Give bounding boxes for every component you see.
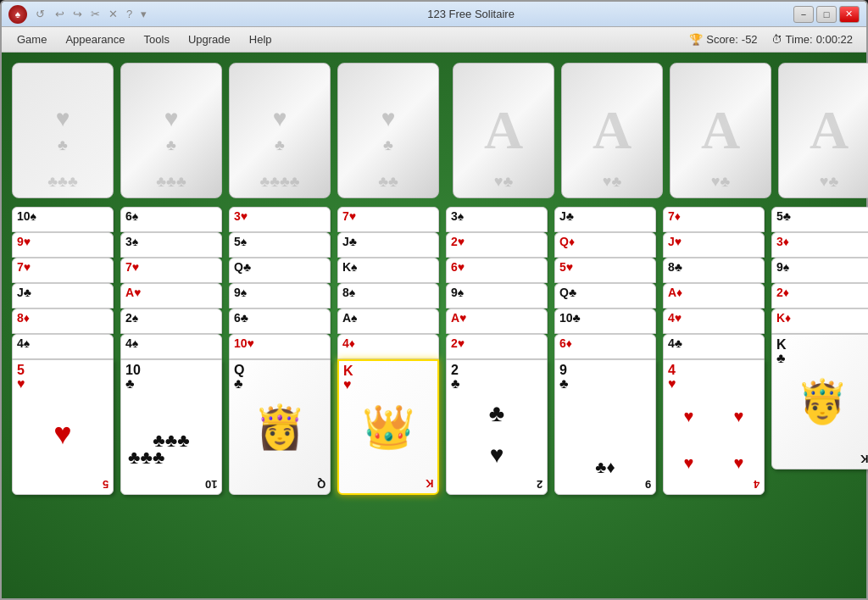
tableau-col-6: J♣ Q♦ 5♥ Q♣ 10♣ 6♦ 9♣ ♣♦ 9 [554, 207, 656, 495]
card-ks1[interactable]: K♠ [337, 258, 439, 283]
card-4s2[interactable]: 4♠ [120, 334, 222, 359]
card-5s[interactable]: 5♠ [229, 232, 331, 258]
card-9s[interactable]: 9♠ [229, 283, 331, 308]
card-qc-face[interactable]: Q♣ 👸 Q [229, 359, 331, 495]
card-6c[interactable]: 6♣ [229, 308, 331, 334]
stock-slot-4[interactable]: ♥♣ ♣♣ [337, 63, 439, 198]
stock-slot-1[interactable]: ♥♣ ♣♣♣ [12, 63, 114, 198]
card-kd[interactable]: K♦ [771, 308, 868, 334]
card-kh-face-selected[interactable]: K♥ 👑 K [337, 359, 439, 495]
menubar: Game Appearance Tools Upgrade Help [2, 28, 676, 52]
card-7h2[interactable]: 7♥ [120, 258, 222, 283]
time-icon: ⏱ [771, 33, 782, 46]
card-7h3[interactable]: 7♥ [337, 207, 439, 232]
card-4c[interactable]: 4♣ [663, 334, 765, 359]
tableau-col-4: 7♥ J♣ K♠ 8♠ A♠ 4♦ K♥ 👑 K [337, 207, 439, 495]
card-qd[interactable]: Q♦ [554, 232, 656, 258]
menu-help[interactable]: Help [241, 31, 281, 48]
card-9s3[interactable]: 9♠ [771, 258, 868, 283]
time-label: Time: [786, 33, 813, 46]
card-as[interactable]: A♠ [337, 308, 439, 334]
card-6d[interactable]: 6♦ [554, 334, 656, 359]
stock-slot-3[interactable]: ♥♣ ♣♣♣♣ [229, 63, 331, 198]
card-5c[interactable]: 5♣ [771, 207, 868, 232]
tableau-col-3: 3♥ 5♠ Q♣ 9♠ 6♣ 10♥ Q♣ 👸 Q [229, 207, 331, 495]
tb-icon-4[interactable]: ✂ [91, 8, 100, 20]
score-display: 🏆 Score: -52 [689, 33, 757, 46]
card-10h[interactable]: 10♥ [229, 334, 331, 359]
stock-slot-2[interactable]: ♥♣ ♣♣♣ [120, 63, 222, 198]
card-8d[interactable]: 8♦ [12, 308, 114, 334]
title-bar-left: ♠ ↺ ↩ ↪ ✂ ✕ ? ▾ [8, 5, 148, 24]
card-2d[interactable]: 2♦ [771, 283, 868, 308]
tb-icon-7[interactable]: ▾ [141, 8, 147, 20]
card-2h1[interactable]: 2♥ [446, 232, 548, 258]
card-4d[interactable]: 4♦ [337, 334, 439, 359]
game-area: ♥♣ ♣♣♣ ♥♣ ♣♣♣ ♥♣ ♣♣♣♣ ♥♣ ♣♣ A ♥♣ A [2, 53, 866, 598]
title-text: 123 Free Solitaire [427, 8, 515, 20]
card-4s[interactable]: 4♠ [12, 334, 114, 359]
card-4h-bottom[interactable]: 4♥ ♥ ♥ ♥ ♥ 4 [663, 359, 765, 495]
card-2s[interactable]: 2♠ [120, 308, 222, 334]
card-kc-face[interactable]: K♣ 🤴 K [771, 334, 868, 469]
card-2h2[interactable]: 2♥ [446, 334, 548, 359]
card-10c-bottom[interactable]: 10♣ ♣♣♣ ♣♣♣ 10 [120, 359, 222, 495]
card-jc3[interactable]: J♣ [554, 207, 656, 232]
card-3h[interactable]: 3♥ [229, 207, 331, 232]
tableau-col-7: 7♦ J♥ 8♣ A♦ 4♥ 4♣ 4♥ ♥ ♥ ♥ ♥ 4 [663, 207, 765, 495]
tableau-col-5: 3♠ 2♥ 6♥ 9♠ A♥ 2♥ 2♣ ♣ ♥ 2 [446, 207, 548, 495]
card-jc1[interactable]: J♣ [12, 283, 114, 308]
score-icon: 🏆 [689, 33, 703, 46]
card-7h[interactable]: 7♥ [12, 258, 114, 283]
card-9s2[interactable]: 9♠ [446, 283, 548, 308]
card-8c[interactable]: 8♣ [663, 258, 765, 283]
card-5h-bottom[interactable]: 5♥ ♥ 5 [12, 359, 114, 495]
title-bar-controls: − □ ✕ [793, 6, 860, 23]
card-6s[interactable]: 6♠ [120, 207, 222, 232]
menu-game[interactable]: Game [8, 31, 55, 48]
score-value: -52 [742, 33, 758, 46]
card-jc2[interactable]: J♣ [337, 232, 439, 258]
close-button[interactable]: ✕ [839, 6, 860, 23]
score-label: Score: [706, 33, 738, 46]
card-ad[interactable]: A♦ [663, 283, 765, 308]
tb-icon-2[interactable]: ↩ [55, 8, 64, 20]
tableau-col-8: 5♣ 3♦ 9♠ 2♦ K♦ K♣ 🤴 K [771, 207, 868, 469]
card-3s1[interactable]: 3♠ [120, 232, 222, 258]
card-8s[interactable]: 8♠ [337, 283, 439, 308]
card-2c-bottom[interactable]: 2♣ ♣ ♥ 2 [446, 359, 548, 495]
card-7d[interactable]: 7♦ [663, 207, 765, 232]
foundation-slot-4[interactable]: A ♥♣ [778, 63, 868, 198]
card-9c-bottom[interactable]: 9♣ ♣♦ 9 [554, 359, 656, 495]
foundation-slot-1[interactable]: A ♥♣ [453, 63, 554, 198]
foundation-slot-2[interactable]: A ♥♣ [561, 63, 663, 198]
card-3s2[interactable]: 3♠ [446, 207, 548, 232]
tb-icon-3[interactable]: ↪ [73, 8, 82, 20]
card-jh[interactable]: J♥ [663, 232, 765, 258]
menu-upgrade[interactable]: Upgrade [180, 31, 239, 48]
card-10s[interactable]: 10♠ [12, 207, 114, 232]
time-display: ⏱ Time: 0:00:22 [771, 33, 853, 46]
maximize-button[interactable]: □ [816, 6, 837, 23]
minimize-button[interactable]: − [793, 6, 814, 23]
card-5h2[interactable]: 5♥ [554, 258, 656, 283]
card-qc1[interactable]: Q♣ [229, 258, 331, 283]
title-bar: ♠ ↺ ↩ ↪ ✂ ✕ ? ▾ 123 Free Solitaire − □ ✕ [2, 2, 866, 27]
card-10c2[interactable]: 10♣ [554, 308, 656, 334]
foundation-slot-3[interactable]: A ♥♣ [670, 63, 771, 198]
card-ah[interactable]: A♥ [120, 283, 222, 308]
time-value: 0:00:22 [816, 33, 853, 46]
menu-tools[interactable]: Tools [136, 31, 178, 48]
card-4h[interactable]: 4♥ [663, 308, 765, 334]
tableau-col-1: 10♠ 9♥ 7♥ J♣ 8♦ 4♠ 5♥ ♥ 5 [12, 207, 114, 495]
card-ah2[interactable]: A♥ [446, 308, 548, 334]
card-qc2[interactable]: Q♣ [554, 283, 656, 308]
card-6h[interactable]: 6♥ [446, 258, 548, 283]
tb-icon-6[interactable]: ? [126, 8, 132, 20]
card-3d[interactable]: 3♦ [771, 232, 868, 258]
tb-icon-5[interactable]: ✕ [108, 8, 118, 20]
card-9h[interactable]: 9♥ [12, 232, 114, 258]
menu-appearance[interactable]: Appearance [57, 31, 133, 48]
tableau-col-2: 6♠ 3♠ 7♥ A♥ 2♠ 4♠ 10♣ ♣♣♣ ♣♣♣ 10 [120, 207, 222, 495]
tb-icon-1[interactable]: ↺ [36, 8, 45, 20]
